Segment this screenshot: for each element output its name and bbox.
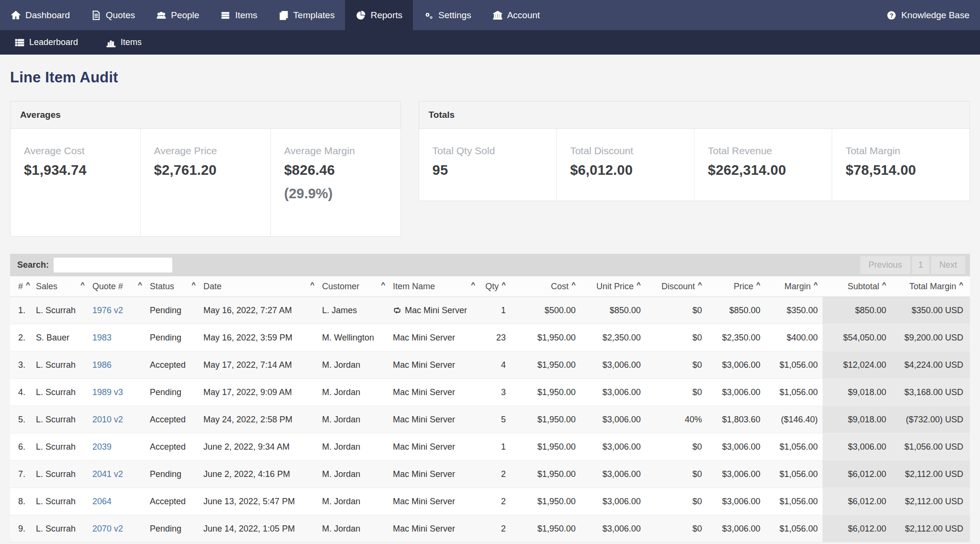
sort-caret-icon: ^ xyxy=(636,281,641,289)
cell-num: 4. xyxy=(10,387,33,397)
column-header-discount[interactable]: Discount^ xyxy=(646,282,707,292)
column-header-price[interactable]: Price^ xyxy=(707,282,765,292)
column-header-subtotal[interactable]: Subtotal^ xyxy=(823,282,891,292)
item-name: Mac Mini Server xyxy=(405,306,467,316)
cell-customer: M. Wellington xyxy=(319,333,390,343)
stat-label: Average Margin xyxy=(284,145,387,157)
column-header-cost[interactable]: Cost^ xyxy=(511,282,580,292)
subnav-item-items[interactable]: Items xyxy=(106,37,142,48)
cell-status: Accepted xyxy=(147,442,200,452)
column-header-num[interactable]: #^ xyxy=(10,282,33,292)
pagination-previous-button[interactable]: Previous xyxy=(860,256,910,274)
quote-link[interactable]: 2070 v2 xyxy=(92,524,123,533)
pagination-next-button[interactable]: Next xyxy=(931,256,965,274)
table-row: 7.L. Scurrah2041 v2PendingJune 2, 2022, … xyxy=(10,461,970,488)
cell-price: $3,006.00 xyxy=(707,469,765,479)
nav-item-templates[interactable]: Templates xyxy=(268,0,345,30)
stat-value: $1,934.74 xyxy=(24,162,127,178)
line-item-audit-table: #^Sales^Quote #^Status^Date^Customer^Ite… xyxy=(10,276,970,543)
cell-discount: $0 xyxy=(646,524,707,534)
cell-unit-price: $3,006.00 xyxy=(580,524,646,534)
column-header-date[interactable]: Date^ xyxy=(200,282,319,292)
column-header-margin[interactable]: Margin^ xyxy=(765,282,823,292)
quote-link[interactable]: 1986 xyxy=(92,360,111,370)
column-label: Price xyxy=(734,282,753,292)
quote-link[interactable]: 1989 v3 xyxy=(92,387,123,397)
cell-price: $3,006.00 xyxy=(707,497,765,507)
column-header-status[interactable]: Status^ xyxy=(147,282,200,292)
cell-subtotal: $6,012.00 xyxy=(823,461,891,487)
nav-spacer xyxy=(550,0,876,30)
nav-item-knowledge-base[interactable]: ? Knowledge Base xyxy=(876,0,980,30)
cell-sales: L. Scurrah xyxy=(33,524,89,534)
cell-sales: L. Scurrah xyxy=(33,306,89,316)
page-title: Line Item Audit xyxy=(10,69,970,86)
cell-subtotal: $9,018.00 xyxy=(823,379,891,406)
people-icon xyxy=(156,10,167,21)
stat-label: Total Margin xyxy=(846,145,956,157)
nav-item-items[interactable]: Items xyxy=(210,0,267,30)
quote-link[interactable]: 2041 v2 xyxy=(92,469,123,479)
item-name: Mac Mini Server xyxy=(393,360,455,370)
cell-qty: 4 xyxy=(480,360,511,370)
cell-status: Pending xyxy=(147,469,200,479)
cell-discount: $0 xyxy=(646,360,707,370)
sort-caret-icon: ^ xyxy=(310,281,314,289)
nav-label: Knowledge Base xyxy=(901,10,969,21)
quote-link[interactable]: 1976 v2 xyxy=(92,306,123,315)
column-header-customer[interactable]: Customer^ xyxy=(319,282,390,292)
nav-item-people[interactable]: People xyxy=(145,0,210,30)
column-label: Discount xyxy=(661,282,695,292)
column-header-quote[interactable]: Quote #^ xyxy=(89,282,147,292)
nav-item-quotes[interactable]: Quotes xyxy=(80,0,145,30)
cell-quote: 2039 xyxy=(89,442,147,452)
stat-total-discount: Total Discount$6,012.00 xyxy=(556,129,694,201)
cell-margin: $350.00 xyxy=(765,306,823,316)
cell-item: Mac Mini Server xyxy=(390,442,480,452)
column-label: Item Name xyxy=(393,282,468,292)
nav-item-dashboard[interactable]: Dashboard xyxy=(0,0,80,30)
column-header-qty[interactable]: Qty^ xyxy=(480,282,511,292)
list-bullets-icon xyxy=(14,37,25,48)
column-header-sales[interactable]: Sales^ xyxy=(33,282,89,292)
cell-status: Accepted xyxy=(147,415,200,425)
table-row: 5.L. Scurrah2010 v2AcceptedMay 24, 2022,… xyxy=(10,406,970,433)
sort-caret-icon: ^ xyxy=(959,281,963,289)
cell-num: 3. xyxy=(10,360,33,370)
column-header-item[interactable]: Item Name^ xyxy=(390,282,480,292)
stat-value: $6,012.00 xyxy=(570,162,680,178)
cell-item: Mac Mini Server xyxy=(390,415,480,425)
cell-num: 2. xyxy=(10,333,33,343)
column-header-unit-price[interactable]: Unit Price^ xyxy=(580,282,646,292)
sort-caret-icon: ^ xyxy=(813,281,818,289)
cell-customer: M. Jordan xyxy=(319,360,390,370)
column-label: Total Margin xyxy=(909,282,956,292)
cell-qty: 5 xyxy=(480,415,511,425)
quote-link[interactable]: 2039 xyxy=(92,442,111,452)
search-label: Search: xyxy=(17,260,49,270)
nav-item-settings[interactable]: Settings xyxy=(413,0,482,30)
cell-margin: $1,056.00 xyxy=(765,524,823,534)
quote-link[interactable]: 2064 xyxy=(92,497,111,506)
nav-item-account[interactable]: Account xyxy=(482,0,551,30)
cell-margin: $1,056.00 xyxy=(765,442,823,452)
nav-label: Reports xyxy=(370,10,402,21)
top-navigation: DashboardQuotesPeopleItemsTemplatesRepor… xyxy=(0,0,980,30)
quote-link[interactable]: 2010 v2 xyxy=(92,415,123,424)
search-input[interactable] xyxy=(54,258,172,272)
stat-sub-value: (29.9%) xyxy=(284,186,387,202)
column-header-total-margin[interactable]: Total Margin^ xyxy=(891,282,970,292)
nav-label: Quotes xyxy=(106,10,135,21)
cell-unit-price: $3,006.00 xyxy=(580,360,646,370)
item-name: Mac Mini Server xyxy=(393,469,455,479)
cell-discount: $0 xyxy=(646,333,707,343)
nav-item-reports[interactable]: Reports xyxy=(345,0,413,30)
subnav-item-leaderboard[interactable]: Leaderboard xyxy=(14,37,78,48)
pagination-page-button[interactable]: 1 xyxy=(912,256,929,274)
item-name: Mac Mini Server xyxy=(393,415,455,425)
averages-card: Averages Average Cost$1,934.74Average Pr… xyxy=(10,101,401,237)
quote-link[interactable]: 1983 xyxy=(92,333,111,342)
question-circle-icon: ? xyxy=(886,10,897,21)
subnav-label: Leaderboard xyxy=(29,37,78,47)
summary-cards: Averages Average Cost$1,934.74Average Pr… xyxy=(10,101,970,237)
